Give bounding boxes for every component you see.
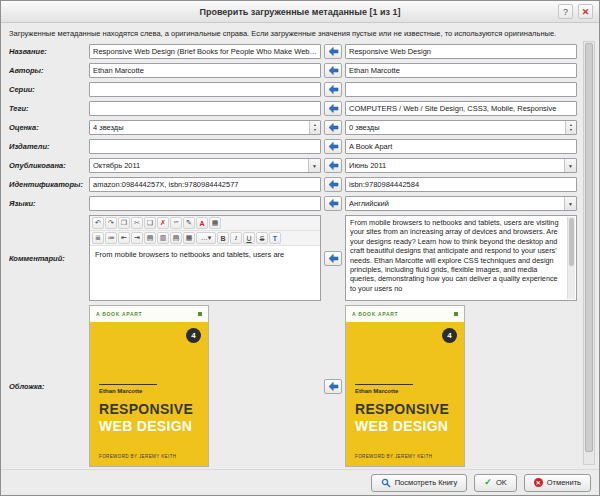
cover-title-line2: WEB DESIGN xyxy=(99,418,192,434)
insert-link-icon[interactable]: ✎ xyxy=(183,217,195,229)
languages-original-combobox[interactable]: Английский ▼ xyxy=(345,196,577,211)
copy-icon[interactable]: ❐ xyxy=(118,217,130,229)
languages-revert-button[interactable] xyxy=(324,196,342,211)
chevron-down-icon[interactable]: ▼ xyxy=(564,197,576,210)
arrow-left-icon xyxy=(328,160,339,171)
field-row-pubdate: Опубликована: Октябрь 2011 ▼ Июнь 2011 ▼ xyxy=(9,158,577,173)
view-book-button[interactable]: Посмотреть Книгу xyxy=(371,474,468,492)
bold-icon[interactable]: B xyxy=(217,232,229,244)
arrow-left-icon xyxy=(328,253,339,264)
dialog-scrollbar[interactable] xyxy=(583,41,595,465)
smarten-punctuation-icon[interactable]: “” xyxy=(170,217,182,229)
arrow-left-icon xyxy=(328,84,339,95)
ordered-list-icon[interactable]: ≣ xyxy=(92,232,104,244)
comments-original-textarea[interactable]: From mobile browsers to netbooks and tab… xyxy=(345,215,577,301)
spinner-arrows-icon[interactable]: ▲▼ xyxy=(309,121,320,134)
field-row-comments: Комментарий: ↶↷❐✂❏✗“”✎A▦ ≣≔⇤⇥▤▥▤▦…▾BIUST… xyxy=(9,215,577,301)
comments-downloaded-editor[interactable]: ↶↷❐✂❏✗“”✎A▦ ≣≔⇤⇥▤▥▤▦…▾BIUST From mobile … xyxy=(89,215,321,301)
redo-icon[interactable]: ↷ xyxy=(105,217,117,229)
tags-original-input[interactable]: COMPUTERS / Web / Site Design, CSS3, Mob… xyxy=(345,101,577,116)
authors-revert-button[interactable] xyxy=(324,63,342,78)
ok-button[interactable]: ✓ OK xyxy=(474,474,516,492)
pubdate-original-combobox[interactable]: Июнь 2011 ▼ xyxy=(345,158,577,173)
button-bar: Посмотреть Книгу ✓ OK ✕ Отменить xyxy=(1,469,599,495)
field-row-title: Название: Responsive Web Design (Brief B… xyxy=(9,44,577,59)
cover-revert-button[interactable] xyxy=(324,379,342,394)
cover-author: Ethan Marcotte xyxy=(99,388,142,394)
align-justify-icon[interactable]: ▦ xyxy=(183,232,195,244)
pubdate-revert-button[interactable] xyxy=(324,158,342,173)
text-color-icon[interactable]: T xyxy=(269,232,281,244)
rating-downloaded-spinner[interactable]: 4 звезды ▲▼ xyxy=(89,120,321,135)
identifiers-revert-button[interactable] xyxy=(324,177,342,192)
identifiers-original-input[interactable]: isbn:9780984442584 xyxy=(345,177,577,192)
series-revert-button[interactable] xyxy=(324,82,342,97)
help-icon[interactable]: ? xyxy=(558,4,573,19)
series-downloaded-input[interactable] xyxy=(89,82,321,97)
series-original-input[interactable] xyxy=(345,82,577,97)
comments-scrollbar-thumb[interactable] xyxy=(569,218,574,266)
title-downloaded-input[interactable]: Responsive Web Design (Brief Books for P… xyxy=(89,44,321,59)
publisher-original-input[interactable]: A Book Apart xyxy=(345,139,577,154)
chevron-down-icon[interactable]: ▼ xyxy=(308,159,320,172)
spinner-arrows-icon[interactable]: ▲▼ xyxy=(565,121,576,134)
publisher-revert-button[interactable] xyxy=(324,139,342,154)
paste-icon[interactable]: ❏ xyxy=(144,217,156,229)
authors-original-input[interactable]: Ethan Marcotte xyxy=(345,63,577,78)
field-label-cover: Обложка: xyxy=(9,382,89,391)
review-metadata-dialog: Проверить загруженные метаданные [1 из 1… xyxy=(0,0,600,496)
comments-scrollbar[interactable] xyxy=(567,217,575,299)
title-original-input[interactable]: Responsive Web Design xyxy=(345,44,577,59)
cover-publisher-band: A BOOK APART xyxy=(346,306,464,322)
comments-revert-button[interactable] xyxy=(324,251,342,266)
align-center-icon[interactable]: ▥ xyxy=(157,232,169,244)
titlebar[interactable]: Проверить загруженные метаданные [1 из 1… xyxy=(1,1,599,23)
rating-revert-button[interactable] xyxy=(324,120,342,135)
underline-icon[interactable]: U xyxy=(243,232,255,244)
languages-downloaded-input[interactable] xyxy=(89,196,321,211)
field-row-publisher: Издатели: A Book Apart xyxy=(9,139,577,154)
indent-icon[interactable]: ⇥ xyxy=(131,232,143,244)
series-number-badge: 4 xyxy=(186,328,201,343)
strikethrough-icon[interactable]: S xyxy=(256,232,268,244)
insert-image-icon[interactable]: ▦ xyxy=(209,217,221,229)
cut-icon[interactable]: ✂ xyxy=(131,217,143,229)
arrow-left-icon xyxy=(328,179,339,190)
italic-icon[interactable]: I xyxy=(230,232,242,244)
field-label-languages: Языки: xyxy=(9,199,89,208)
arrow-left-icon xyxy=(328,198,339,209)
foreground-color-icon[interactable]: A xyxy=(196,217,208,229)
field-label-rating: Оценка: xyxy=(9,123,89,132)
outdent-icon[interactable]: ⇤ xyxy=(118,232,130,244)
tags-revert-button[interactable] xyxy=(324,101,342,116)
pubdate-downloaded-combobox[interactable]: Октябрь 2011 ▼ xyxy=(89,158,321,173)
series-number-badge: 4 xyxy=(442,328,457,343)
cover-rule xyxy=(99,384,157,385)
arrow-left-icon xyxy=(328,46,339,57)
comments-downloaded-text[interactable]: From mobile browsers to netbooks and tab… xyxy=(90,246,320,300)
align-left-icon[interactable]: ▤ xyxy=(144,232,156,244)
publisher-downloaded-input[interactable] xyxy=(89,139,321,154)
identifiers-downloaded-input[interactable]: amazon:098444257X, isbn:9780984442577 xyxy=(89,177,321,192)
authors-downloaded-input[interactable]: Ethan Marcotte xyxy=(89,63,321,78)
field-label-identifiers: Идентификаторы: xyxy=(9,180,89,189)
tags-downloaded-input[interactable] xyxy=(89,101,321,116)
comments-toolbar-row1: ↶↷❐✂❏✗“”✎A▦ xyxy=(90,216,320,231)
cancel-button[interactable]: ✕ Отменить xyxy=(524,474,591,492)
field-label-publisher: Издатели: xyxy=(9,142,89,151)
unordered-list-icon[interactable]: ≔ xyxy=(105,232,117,244)
style-dropdown[interactable]: …▾ xyxy=(196,232,216,244)
field-label-pubdate: Опубликована: xyxy=(9,161,89,170)
field-row-tags: Теги: COMPUTERS / Web / Site Design, CSS… xyxy=(9,101,577,116)
remove-format-icon[interactable]: ✗ xyxy=(157,217,169,229)
arrow-left-icon xyxy=(328,103,339,114)
undo-icon[interactable]: ↶ xyxy=(92,217,104,229)
rating-original-spinner[interactable]: 0 звезды ▲▼ xyxy=(345,120,577,135)
align-right-icon[interactable]: ▤ xyxy=(170,232,182,244)
arrow-left-icon xyxy=(328,65,339,76)
close-icon[interactable]: ✕ xyxy=(578,4,593,19)
cover-title-line2: WEB DESIGN xyxy=(355,418,448,434)
dialog-scrollbar-thumb[interactable] xyxy=(585,43,593,452)
title-revert-button[interactable] xyxy=(324,44,342,59)
chevron-down-icon[interactable]: ▼ xyxy=(564,159,576,172)
